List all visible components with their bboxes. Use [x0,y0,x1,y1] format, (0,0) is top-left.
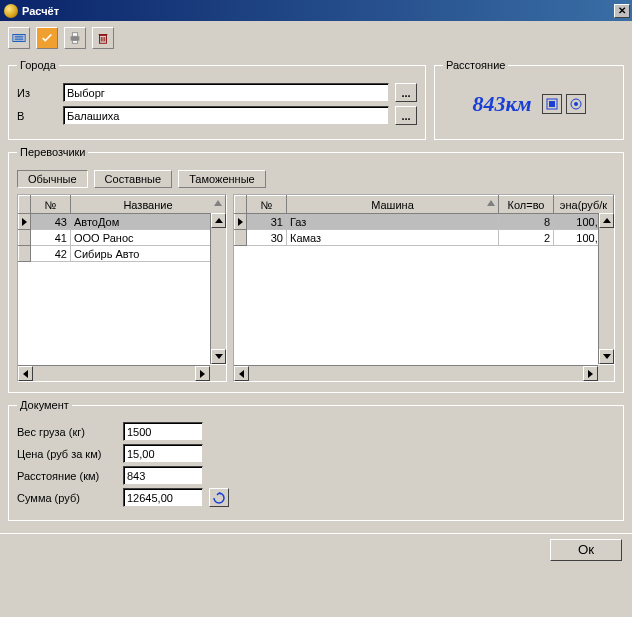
to-label: В [17,110,57,122]
distance-legend: Расстояние [443,59,508,71]
sort-asc-icon [214,200,222,206]
dist-label: Расстояние (км) [17,470,117,482]
ok-button[interactable]: Ок [550,539,622,561]
titlebar: Расчёт ✕ [0,0,632,21]
sum-label: Сумма (руб) [17,492,117,504]
weight-input[interactable] [123,422,203,441]
vehicles-table[interactable]: № Машина Кол=во эна(руб/к 31Газ8100,0030… [233,194,615,382]
row-marker-icon [238,218,243,226]
tab-customs[interactable]: Таможенные [178,170,266,188]
svg-rect-4 [71,36,80,40]
table-row[interactable]: 43АвтоДом [19,214,226,230]
keyboard-button[interactable] [8,27,30,49]
bottom-bar: Ок [0,533,632,565]
svg-point-15 [574,102,578,106]
vehicles-scrollbar-v[interactable] [598,213,614,364]
tab-regular[interactable]: Обычные [17,170,88,188]
svg-rect-5 [72,33,77,37]
distance-group: Расстояние 843км [434,59,624,140]
cities-group: Города Из ... В ... [8,59,426,140]
app-icon [4,4,18,18]
distance-btn-1[interactable] [542,94,562,114]
check-button[interactable] [36,27,58,49]
price-label: Цена (руб за км) [17,448,117,460]
svg-rect-13 [549,101,555,107]
tab-composite[interactable]: Составные [94,170,173,188]
table-row[interactable]: 30Камаз2100,00 [235,230,614,246]
carriers-group: Перевозчики Обычные Составные Таможенные… [8,146,624,393]
distance-btn-2[interactable] [566,94,586,114]
carriers-table[interactable]: № Название 43АвтоДом41ООО Ранос42Сибирь … [17,194,227,382]
doc-legend: Документ [17,399,72,411]
document-group: Документ Вес груза (кг) Цена (руб за км)… [8,399,624,521]
col-qty[interactable]: Кол=во [499,196,554,214]
col-vehicle[interactable]: Машина [287,196,499,214]
carriers-legend: Перевозчики [17,146,88,158]
col-price[interactable]: эна(руб/к [554,196,614,214]
sort-asc-icon [487,200,495,206]
col-num2[interactable]: № [247,196,287,214]
row-marker-icon [22,218,27,226]
svg-rect-6 [72,41,77,44]
refresh-button[interactable] [209,488,229,507]
table-row[interactable]: 42Сибирь Авто [19,246,226,262]
dist-input[interactable] [123,466,203,485]
vehicles-scrollbar-h[interactable] [234,365,598,381]
print-button[interactable] [64,27,86,49]
window-title: Расчёт [22,5,59,17]
col-num[interactable]: № [31,196,71,214]
carriers-scrollbar-h[interactable] [18,365,210,381]
carriers-scrollbar-v[interactable] [210,213,226,364]
sum-input[interactable] [123,488,203,507]
from-browse-button[interactable]: ... [395,83,417,102]
toolbar [0,21,632,55]
from-label: Из [17,87,57,99]
delete-button[interactable] [92,27,114,49]
cities-legend: Города [17,59,59,71]
to-browse-button[interactable]: ... [395,106,417,125]
price-input[interactable] [123,444,203,463]
table-row[interactable]: 41ООО Ранос [19,230,226,246]
table-row[interactable]: 31Газ8100,00 [235,214,614,230]
to-input[interactable] [63,106,389,125]
from-input[interactable] [63,83,389,102]
col-name[interactable]: Название [71,196,226,214]
weight-label: Вес груза (кг) [17,426,117,438]
close-button[interactable]: ✕ [614,4,630,18]
distance-value: 843км [472,91,531,117]
